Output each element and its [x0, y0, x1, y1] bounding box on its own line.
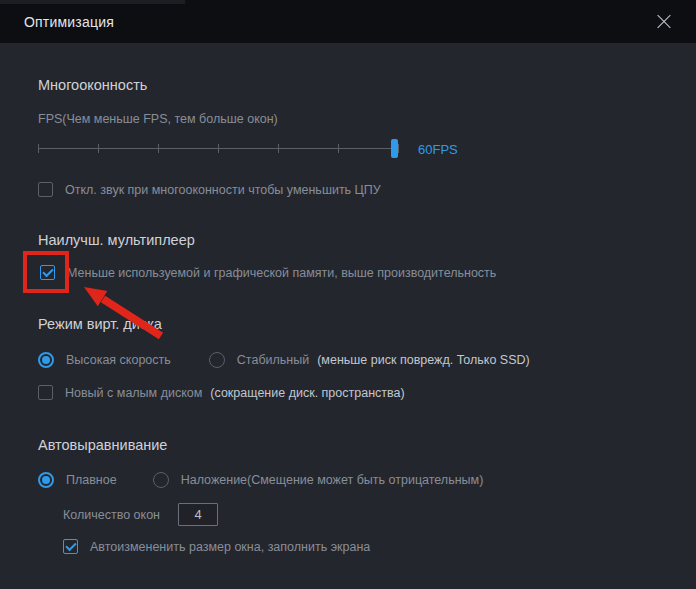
slider-tick [338, 144, 339, 153]
slider-tick [398, 144, 399, 153]
mute-checkbox-label: Откл. звук при многооконности чтобы умен… [65, 183, 381, 197]
window-count-row: Количество окон [63, 503, 658, 526]
memory-checkbox-row: Меньше используемой и графической памяти… [40, 265, 658, 280]
small-disk-checkbox[interactable] [38, 385, 53, 400]
slider-tick [278, 144, 279, 153]
radio-stable-note: (меньше риск поврежд. Только SSD) [317, 353, 529, 367]
autoresize-checkbox[interactable] [63, 539, 78, 554]
section-heading-disk: Режим вирт. диска [38, 316, 658, 332]
dialog-titlebar: Оптимизация [0, 0, 696, 43]
mute-checkbox[interactable] [38, 182, 53, 197]
section-heading-multiplayer: Наилучш. мультиплеер [38, 232, 658, 248]
small-disk-checkbox-row: Новый с малым диском (сокращение диск. п… [38, 385, 658, 400]
fps-slider[interactable] [38, 139, 398, 159]
slider-tick [38, 144, 39, 153]
close-button[interactable] [652, 10, 676, 34]
radio-high-speed-label: Высокая скорость [66, 353, 171, 367]
radio-overlay[interactable] [153, 472, 169, 488]
radio-stable[interactable] [209, 352, 225, 368]
autoresize-checkbox-label: Автоизмененить размер окна, заполнить эк… [90, 540, 370, 554]
slider-tick [98, 144, 99, 153]
close-icon [656, 14, 672, 30]
alignment-radio-row: Плавное Наложение(Смещение может быть от… [38, 472, 658, 488]
radio-stable-label: Стабильный [237, 353, 309, 367]
window-edge-strip [0, 0, 185, 4]
radio-overlay-label: Наложение(Смещение может быть отрицатель… [181, 473, 484, 487]
window-count-label: Количество окон [63, 508, 160, 522]
dialog-title: Оптимизация [24, 14, 114, 30]
fps-slider-handle[interactable] [391, 139, 398, 158]
fps-value-label: 60FPS [418, 142, 458, 157]
fps-slider-label: FPS(Чем меньше FPS, тем больше окон) [38, 112, 658, 126]
radio-high-speed[interactable] [38, 352, 54, 368]
checkmark-icon [65, 539, 76, 550]
fps-slider-row: 60FPS [38, 139, 658, 159]
window-count-input[interactable] [178, 503, 218, 526]
memory-checkbox-label: Меньше используемой и графической памяти… [67, 266, 496, 280]
radio-smooth[interactable] [38, 472, 54, 488]
radio-smooth-label: Плавное [66, 473, 117, 487]
optimization-dialog: Оптимизация Многооконность FPS(Чем меньш… [0, 0, 696, 589]
slider-tick [158, 144, 159, 153]
small-disk-checkbox-label: Новый с малым диском [65, 386, 202, 400]
section-heading-multiwindow: Многооконность [38, 77, 658, 93]
radio-selected-icon [42, 356, 50, 364]
autoresize-checkbox-row: Автоизмененить размер окна, заполнить эк… [63, 539, 658, 554]
small-disk-note: (сокращение диск. пространства) [210, 386, 404, 400]
checkmark-icon [42, 265, 53, 276]
radio-selected-icon [42, 476, 50, 484]
disk-mode-radio-row: Высокая скорость Стабильный (меньше риск… [38, 352, 658, 368]
mute-checkbox-row: Откл. звук при многооконности чтобы умен… [38, 182, 658, 197]
memory-checkbox[interactable] [40, 265, 55, 280]
section-heading-alignment: Автовыравнивание [38, 437, 658, 453]
dialog-content: Многооконность FPS(Чем меньше FPS, тем б… [0, 43, 696, 554]
slider-tick [218, 144, 219, 153]
